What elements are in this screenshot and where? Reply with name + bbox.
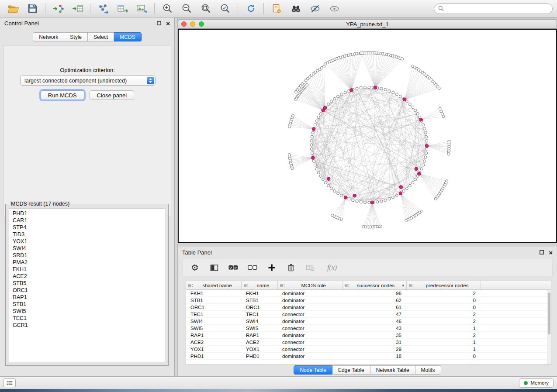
table-cell[interactable]: ORC1 (186, 304, 242, 310)
table-cell[interactable]: 61 (343, 304, 407, 310)
network-canvas[interactable] (179, 30, 556, 242)
import-table-button[interactable] (69, 2, 86, 16)
optimization-select[interactable]: largest connected component (undirected) (20, 76, 156, 86)
control-tab-network[interactable]: Network (33, 32, 64, 41)
table-cell[interactable]: 2 (407, 290, 481, 296)
table-cell[interactable]: connector (278, 325, 343, 331)
table-cell[interactable]: dominator (278, 297, 343, 303)
mcds-list-item[interactable]: YOX1 (9, 238, 165, 245)
control-tab-select[interactable]: Select (88, 32, 114, 41)
table-row[interactable]: SWI5SWI5connector431 (186, 325, 547, 332)
column-header-predecessor-nodes[interactable]: predecessor nodes (407, 281, 481, 289)
mcds-list-item[interactable]: PMA2 (9, 259, 165, 266)
zoom-in-button[interactable] (159, 2, 176, 16)
deselect-all-button[interactable] (246, 261, 259, 274)
column-header-shared-name[interactable]: shared name (186, 281, 242, 289)
table-row[interactable]: SWI4SWI4dominator462 (186, 318, 547, 325)
table-cell[interactable]: 2 (407, 332, 481, 338)
zoom-out-button[interactable] (178, 2, 195, 16)
open-session-button[interactable] (4, 2, 22, 16)
table-cell[interactable]: 0 (407, 297, 481, 303)
table-cell[interactable]: PHD1 (186, 353, 242, 359)
status-menu-button[interactable] (3, 378, 16, 387)
table-cell[interactable]: 1 (407, 325, 481, 331)
mcds-list-item[interactable]: TEC1 (9, 315, 165, 322)
table-cell[interactable]: ACE2 (186, 339, 242, 345)
table-cell[interactable]: 0 (407, 304, 481, 310)
export-web-button[interactable] (268, 2, 285, 16)
mcds-list-item[interactable]: GCR1 (9, 322, 165, 329)
table-tab-edge-table[interactable]: Edge Table (332, 365, 370, 375)
export-network-button[interactable] (114, 2, 131, 16)
add-column-button[interactable] (266, 261, 278, 274)
column-header-name[interactable]: name (242, 281, 278, 289)
table-row[interactable]: PHD1PHD1dominator180 (186, 353, 547, 360)
table-tab-motifs[interactable]: Motifs (415, 365, 441, 375)
refresh-button[interactable] (242, 2, 259, 16)
table-cell[interactable]: 31 (343, 339, 407, 345)
close-panel-icon[interactable]: × (549, 249, 553, 256)
table-cell[interactable]: STB1 (242, 297, 278, 303)
float-panel-icon[interactable] (540, 250, 544, 254)
table-cell[interactable]: connector (278, 339, 343, 345)
control-tab-style[interactable]: Style (64, 32, 88, 41)
table-cell[interactable]: RAP1 (186, 332, 242, 338)
table-cell[interactable]: PHD1 (242, 353, 278, 359)
table-cell[interactable]: connector (278, 311, 343, 317)
float-panel-icon[interactable] (157, 21, 161, 25)
table-cell[interactable]: YOX1 (242, 346, 278, 352)
table-cell[interactable]: 2 (407, 318, 481, 324)
mcds-list-item[interactable]: ORC1 (9, 287, 165, 294)
table-cell[interactable]: ORC1 (242, 304, 278, 310)
mcds-list-item[interactable]: SRD1 (9, 252, 165, 259)
table-cell[interactable]: 18 (343, 353, 407, 359)
table-cell[interactable]: YOX1 (186, 346, 242, 352)
column-visibility-button[interactable] (208, 261, 220, 274)
close-panel-button[interactable]: Close panel (90, 90, 135, 100)
first-neighbors-button[interactable] (287, 2, 304, 16)
show-all-button[interactable] (325, 2, 343, 16)
table-cell[interactable]: dominator (278, 332, 343, 338)
table-cell[interactable]: dominator (278, 353, 343, 359)
close-window-icon[interactable] (181, 21, 187, 27)
table-cell[interactable]: 0 (407, 353, 481, 359)
import-network-button[interactable] (49, 2, 67, 16)
table-row[interactable]: RAP1RAP1dominator352 (186, 332, 547, 339)
table-cell[interactable]: 2 (407, 311, 481, 317)
table-cell[interactable]: SWI5 (186, 325, 242, 331)
export-image-button[interactable] (133, 2, 150, 16)
table-cell[interactable]: RAP1 (242, 332, 278, 338)
table-row[interactable]: ACE2ACE2connector311 (186, 339, 547, 346)
table-cell[interactable]: 96 (343, 290, 407, 296)
network-from-selection-button[interactable] (94, 2, 112, 16)
table-cell[interactable]: 46 (343, 318, 407, 324)
table-scrollbar[interactable] (547, 290, 551, 364)
mcds-list-item[interactable]: STP4 (9, 224, 165, 231)
table-cell[interactable]: SWI4 (242, 318, 278, 324)
table-cell[interactable]: SWI4 (186, 318, 242, 324)
fit-selected-button[interactable] (216, 2, 234, 16)
table-cell[interactable]: 35 (343, 332, 407, 338)
table-cell[interactable]: dominator (278, 304, 343, 310)
mcds-list-item[interactable]: SWI4 (9, 245, 165, 252)
table-tab-node-table[interactable]: Node Table (294, 365, 332, 375)
table-mode-button[interactable]: ⚙ (189, 261, 201, 274)
vertical-splitter[interactable] (175, 17, 178, 376)
table-cell[interactable]: FKH1 (186, 290, 242, 296)
mcds-list-item[interactable]: ACE2 (9, 273, 165, 280)
table-row[interactable]: ORC1ORC1dominator610 (186, 304, 547, 311)
select-all-button[interactable] (227, 261, 239, 274)
table-cell[interactable]: 43 (343, 325, 407, 331)
table-cell[interactable]: ACE2 (242, 339, 278, 345)
maximize-window-icon[interactable] (199, 21, 204, 27)
hide-selected-button[interactable] (306, 2, 324, 16)
mcds-list-item[interactable]: SWI5 (9, 308, 165, 315)
mcds-list-item[interactable]: STB5 (9, 280, 165, 287)
mcds-result-list[interactable]: PHD1CAR1STP4TID3YOX1SWI4SRD1PMA2FKH1ACE2… (9, 208, 165, 362)
table-cell[interactable]: STB1 (186, 297, 242, 303)
mcds-list-item[interactable]: CAR1 (9, 217, 165, 224)
table-row[interactable]: FKH1FKH1dominator962 (186, 290, 547, 297)
column-header-successor-nodes[interactable]: successor nodes▾ (343, 281, 407, 289)
table-cell[interactable]: 62 (343, 297, 407, 303)
table-row[interactable]: TEC1TEC1connector472 (186, 311, 547, 318)
